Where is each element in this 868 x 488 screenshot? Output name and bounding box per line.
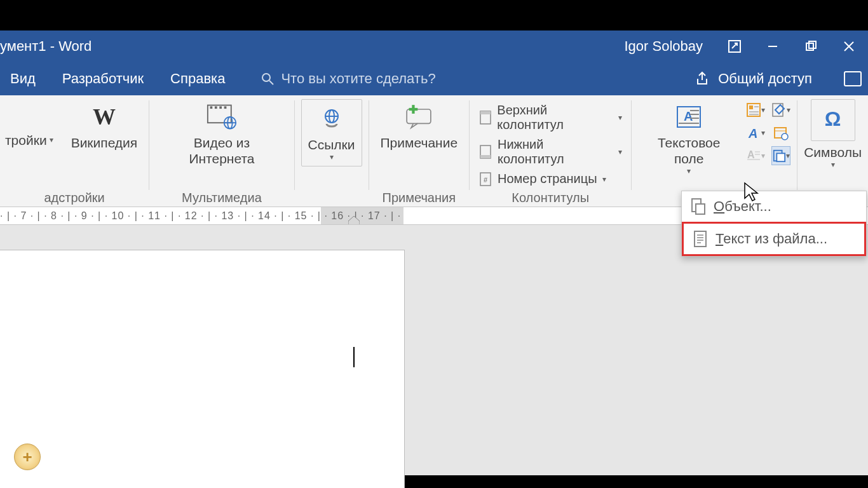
ruler-ticks: · | · 7 · | · 8 · | · 9 · | · 10 · | · 1… <box>0 207 401 224</box>
wikipedia-label: Википедия <box>71 135 138 151</box>
links-icon <box>316 104 347 134</box>
minimize-icon <box>766 40 779 53</box>
ribbon-tabs: Вид Разработчик Справка Что вы хотите сд… <box>0 62 868 95</box>
user-name: Igor Solobay <box>92 38 715 55</box>
svg-point-44 <box>782 133 788 140</box>
svg-rect-3 <box>809 41 816 48</box>
menu-item-text-from-file-label: Текст из файла... <box>715 231 827 247</box>
footer-button[interactable]: Нижний колонтитул ▾ <box>476 136 625 168</box>
chevron-down-icon: ▾ <box>618 113 622 122</box>
my-addins-label: тройки <box>5 132 47 148</box>
svg-text:A: A <box>748 126 757 140</box>
object-dropdown-menu: Объект... Текст из файла... <box>681 191 867 257</box>
text-box-button[interactable]: A Текстовое поле ▾ <box>638 99 740 179</box>
svg-rect-50 <box>777 153 785 161</box>
tell-me-search[interactable]: Что вы хотите сделать? <box>261 71 435 87</box>
window-controls <box>715 30 868 62</box>
svg-text:A: A <box>684 109 693 123</box>
wordart-button[interactable]: A▾ <box>746 123 765 142</box>
page-number-button[interactable]: # Номер страницы ▾ <box>476 170 609 187</box>
svg-text:#: # <box>484 176 488 184</box>
ribbon-options-icon <box>728 39 742 53</box>
object-button[interactable]: ▾ <box>771 146 790 165</box>
tab-help[interactable]: Справка <box>166 68 229 90</box>
text-box-icon: A <box>674 102 704 132</box>
group-text: A Текстовое поле ▾ ▾ ▾ A▾ A▾ ▾ Текс <box>632 95 797 207</box>
comments-pane-icon[interactable] <box>844 71 862 86</box>
group-media: Видео из Интернета Мультимедиа <box>149 95 294 207</box>
page-number-icon: # <box>478 172 492 186</box>
right-indent-marker[interactable] <box>348 216 360 225</box>
my-addins-button[interactable]: тройки ▾ <box>0 99 58 151</box>
document-title: умент1 - Word <box>0 38 92 55</box>
group-addins: тройки ▾ W Википедия адстройки <box>0 95 149 207</box>
video-add-badge[interactable]: + <box>14 444 41 470</box>
svg-rect-36 <box>749 105 753 109</box>
group-header-footer: Верхний колонтитул ▾ Нижний колонтитул ▾… <box>470 95 631 207</box>
share-label: Общий доступ <box>718 71 812 87</box>
tab-view[interactable]: Вид <box>6 68 39 90</box>
links-label: Ссылки <box>308 137 355 152</box>
tell-me-placeholder: Что вы хотите сделать? <box>281 71 435 87</box>
ribbon-display-options-button[interactable] <box>715 30 754 62</box>
share-button[interactable]: Общий доступ <box>695 71 812 87</box>
chevron-down-icon: ▾ <box>602 175 606 184</box>
quick-parts-button[interactable]: ▾ <box>746 100 765 119</box>
tab-developer[interactable]: Разработчик <box>58 68 147 90</box>
minimize-button[interactable] <box>754 30 792 62</box>
svg-rect-13 <box>224 106 227 109</box>
text-box-label: Текстовое поле <box>643 135 735 166</box>
svg-rect-12 <box>219 106 222 109</box>
online-video-button[interactable]: Видео из Интернета <box>156 99 287 169</box>
menu-item-object[interactable]: Объект... <box>682 191 866 222</box>
object-icon <box>772 148 786 163</box>
links-button[interactable]: Ссылки ▾ <box>301 99 362 166</box>
document-page[interactable] <box>0 250 404 488</box>
group-addins-label: адстройки <box>0 191 149 205</box>
close-icon <box>843 40 855 53</box>
header-button[interactable]: Верхний колонтитул ▾ <box>476 102 625 133</box>
drop-cap-button[interactable]: A▾ <box>746 146 765 165</box>
wordart-icon: A <box>746 125 761 140</box>
svg-text:A: A <box>747 149 755 160</box>
text-tools-grid: ▾ ▾ A▾ A▾ ▾ <box>746 99 790 165</box>
chevron-down-icon: ▾ <box>50 135 53 144</box>
text-from-file-icon <box>693 230 708 248</box>
document-canvas <box>0 225 868 475</box>
page-number-label: Номер страницы <box>498 172 597 186</box>
close-button[interactable] <box>830 30 868 62</box>
date-time-icon <box>773 125 789 140</box>
maximize-button[interactable] <box>792 30 830 62</box>
mouse-cursor-icon <box>743 182 760 202</box>
header-icon <box>478 111 492 125</box>
object-menu-icon <box>691 198 706 215</box>
search-icon <box>261 72 275 86</box>
wikipedia-icon: W <box>89 102 119 132</box>
plus-icon: + <box>22 447 32 467</box>
date-time-button[interactable] <box>771 123 790 142</box>
wikipedia-button[interactable]: W Википедия <box>66 99 143 153</box>
header-label: Верхний колонтитул <box>497 103 613 132</box>
symbols-button[interactable]: Ω <box>811 99 855 141</box>
signature-line-button[interactable]: ▾ <box>771 100 790 119</box>
group-links: Ссылки ▾ <box>295 95 369 207</box>
text-cursor <box>353 347 355 367</box>
share-icon <box>695 71 712 86</box>
svg-rect-20 <box>407 109 431 123</box>
quick-parts-icon <box>746 102 761 118</box>
svg-point-6 <box>262 74 270 81</box>
svg-rect-2 <box>806 43 813 50</box>
svg-marker-59 <box>745 183 757 201</box>
svg-rect-11 <box>215 106 217 109</box>
svg-rect-26 <box>480 155 491 158</box>
new-comment-button[interactable]: Примечание <box>376 99 463 153</box>
group-comments: Примечание Примечания <box>369 95 470 207</box>
footer-label: Нижний колонтитул <box>498 137 613 166</box>
online-video-label: Видео из Интернета <box>161 135 282 166</box>
symbols-label: Символы <box>804 145 862 160</box>
drop-cap-icon: A <box>746 148 761 163</box>
group-comments-label: Примечания <box>369 191 470 205</box>
comment-icon <box>403 102 434 132</box>
chevron-down-icon: ▾ <box>618 147 622 156</box>
menu-item-text-from-file[interactable]: Текст из файла... <box>682 222 866 256</box>
